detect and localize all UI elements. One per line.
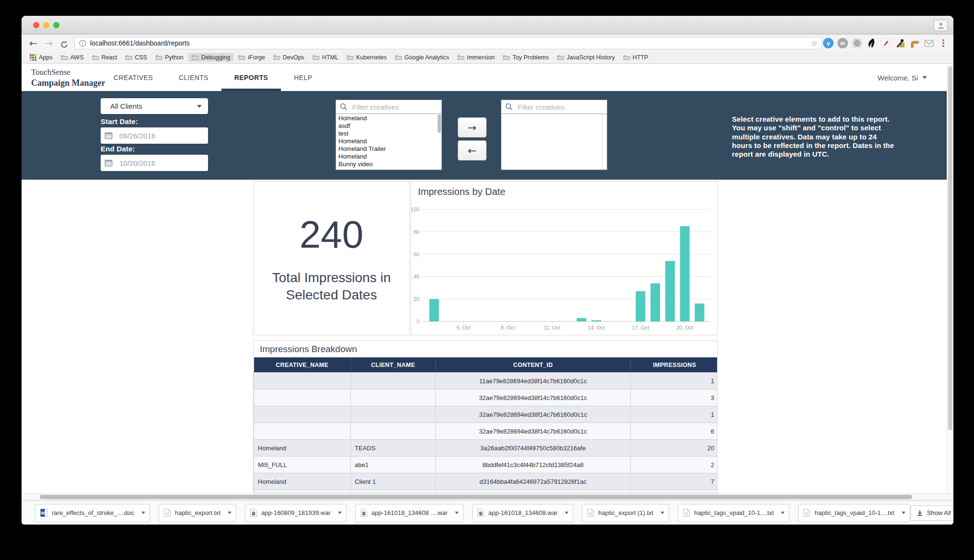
- vertical-scrollbar-thumb[interactable]: [948, 66, 952, 430]
- download-menu-caret[interactable]: [227, 510, 232, 516]
- war-file-icon: [360, 509, 367, 517]
- svg-text:v: v: [827, 40, 830, 47]
- app-logo[interactable]: TouchSense Campaign Manager: [31, 67, 105, 89]
- download-menu-caret[interactable]: [780, 510, 786, 516]
- download-menu-caret[interactable]: [660, 510, 665, 516]
- user-menu[interactable]: Welcome, Si: [878, 64, 927, 91]
- start-date-input[interactable]: 09/26/2016: [101, 127, 208, 144]
- apps-grid-icon: [30, 54, 36, 61]
- claw-extension-icon[interactable]: [866, 38, 877, 48]
- cell-creative-name: Homeland: [254, 440, 351, 457]
- impressions-chart: 0204060801005. Oct8. Oct11. Oct14. Oct17…: [411, 182, 717, 335]
- bookmark-label: DevOps: [283, 54, 304, 61]
- creative-option[interactable]: Homeland Trailer: [336, 145, 441, 153]
- address-bar[interactable]: localhost:6661/dashboard/reports ☆: [74, 37, 822, 49]
- cell-client-name: [351, 423, 436, 440]
- download-menu-caret[interactable]: [564, 510, 569, 516]
- creative-option[interactable]: Homeland: [336, 114, 441, 122]
- browser-menu-icon[interactable]: [938, 38, 949, 48]
- tab-help[interactable]: HELP: [281, 64, 325, 91]
- site-info-icon[interactable]: [79, 40, 86, 47]
- download-item[interactable]: haptic_export.txt: [159, 504, 236, 522]
- client-select[interactable]: All Clients: [101, 98, 208, 114]
- creative-option[interactable]: Homeland: [336, 168, 441, 170]
- vertical-scrollbar[interactable]: [947, 64, 953, 493]
- medium-extension-icon[interactable]: m: [837, 38, 848, 48]
- list-scrollbar[interactable]: [438, 114, 441, 133]
- creative-option[interactable]: Homeland: [336, 137, 441, 145]
- cell-client-name: [351, 406, 436, 423]
- filter-creatives-input[interactable]: [517, 103, 598, 112]
- table-row: HomelandTEADS3a26aab2f00744f49750c580b32…: [254, 440, 718, 457]
- minimize-window-button[interactable]: [43, 22, 49, 28]
- eyedropper-extension-icon[interactable]: [895, 38, 905, 48]
- reload-button[interactable]: [60, 39, 69, 52]
- remove-creative-button[interactable]: ←: [458, 140, 487, 160]
- download-menu-caret[interactable]: [901, 510, 906, 516]
- app-header: TouchSense Campaign Manager CREATIVESCLI…: [22, 64, 953, 91]
- download-item[interactable]: haptic_tags_vpaid_10-1....txt: [678, 504, 789, 522]
- pipe-wrench-extension-icon[interactable]: [909, 38, 920, 48]
- creative-option[interactable]: asdf: [336, 122, 441, 130]
- horizontal-scrollbar[interactable]: [22, 493, 953, 500]
- url-text: localhost:6661/dashboard/reports: [90, 39, 190, 47]
- download-item[interactable]: Wrare_effects_of_stroke_....doc: [35, 504, 150, 522]
- end-date-input[interactable]: 10/20/2016: [101, 155, 208, 171]
- bookmark-item[interactable]: Immersion: [454, 53, 498, 62]
- bookmark-label: iForge: [248, 54, 265, 61]
- download-menu-caret[interactable]: [337, 510, 343, 516]
- filter-creatives-input[interactable]: [351, 103, 432, 112]
- bookmark-item[interactable]: AWS: [58, 53, 87, 62]
- bookmark-item[interactable]: Debugging: [188, 53, 233, 62]
- email-extension-icon[interactable]: [924, 38, 934, 48]
- bookmark-item[interactable]: Python: [152, 53, 187, 62]
- bookmark-star-icon[interactable]: ☆: [811, 39, 818, 48]
- bookmark-item[interactable]: Kubernetes: [343, 53, 390, 62]
- bookmark-item[interactable]: DevOps: [270, 53, 308, 62]
- download-item[interactable]: app-161018_134608 ....war: [355, 504, 464, 522]
- bookmark-item[interactable]: JavaScript History: [554, 53, 618, 62]
- download-item[interactable]: haptic_tags_vpaid_10-1....txt: [798, 504, 910, 522]
- folder-icon: [347, 55, 354, 60]
- zoom-window-button[interactable]: [53, 22, 59, 28]
- add-creative-button[interactable]: →: [458, 117, 487, 137]
- download-menu-caret[interactable]: [140, 510, 146, 516]
- bookmark-item[interactable]: React: [89, 53, 121, 62]
- browser-profile-icon[interactable]: [934, 20, 948, 31]
- download-menu-caret[interactable]: [454, 510, 460, 516]
- creative-option[interactable]: Homeland: [336, 153, 441, 160]
- column-header: CREATIVE_NAME: [254, 357, 351, 373]
- cell-impressions: 7: [631, 473, 718, 490]
- forward-button[interactable]: →: [45, 36, 53, 50]
- start-date-label: Start Date:: [101, 117, 138, 126]
- folder-icon: [92, 55, 99, 60]
- vimeo-extension-icon[interactable]: v: [823, 38, 834, 48]
- creative-option[interactable]: test: [336, 130, 441, 137]
- bookmark-item[interactable]: iForge: [235, 53, 268, 62]
- back-button[interactable]: ←: [29, 36, 37, 50]
- bookmark-item[interactable]: Apps: [26, 53, 56, 62]
- color-pen-extension-icon[interactable]: [881, 38, 891, 48]
- tab-creatives[interactable]: CREATIVES: [101, 64, 166, 91]
- folder-icon: [92, 55, 99, 60]
- creative-option[interactable]: Bunny video: [336, 160, 441, 168]
- tab-reports[interactable]: REPORTS: [221, 64, 281, 91]
- show-all-downloads-button[interactable]: Show All: [910, 505, 953, 521]
- bookmark-item[interactable]: CSS: [122, 53, 151, 62]
- close-window-button[interactable]: [33, 22, 39, 28]
- folder-icon: [623, 55, 630, 60]
- available-creatives-panel: HomelandasdftestHomelandHomeland Trailer…: [336, 100, 442, 170]
- bookmark-item[interactable]: HTTP: [620, 53, 652, 62]
- bookmark-item[interactable]: HTML: [309, 53, 342, 62]
- download-item[interactable]: app-161018_134608.war: [472, 504, 574, 522]
- download-item[interactable]: app-160809_181939.war: [245, 504, 347, 522]
- chart-bar: [695, 304, 704, 321]
- bookmark-item[interactable]: Toy Problems: [499, 53, 552, 62]
- download-item[interactable]: haptic_export (1).txt: [582, 504, 669, 522]
- horizontal-scrollbar-thumb[interactable]: [40, 495, 912, 499]
- calendar-icon: [104, 132, 113, 139]
- tab-clients[interactable]: CLIENTS: [166, 64, 221, 91]
- bookmark-item[interactable]: Google Analytics: [392, 53, 452, 62]
- react-devtools-extension-icon[interactable]: [852, 38, 862, 48]
- y-axis-tick-label: 40: [414, 274, 419, 279]
